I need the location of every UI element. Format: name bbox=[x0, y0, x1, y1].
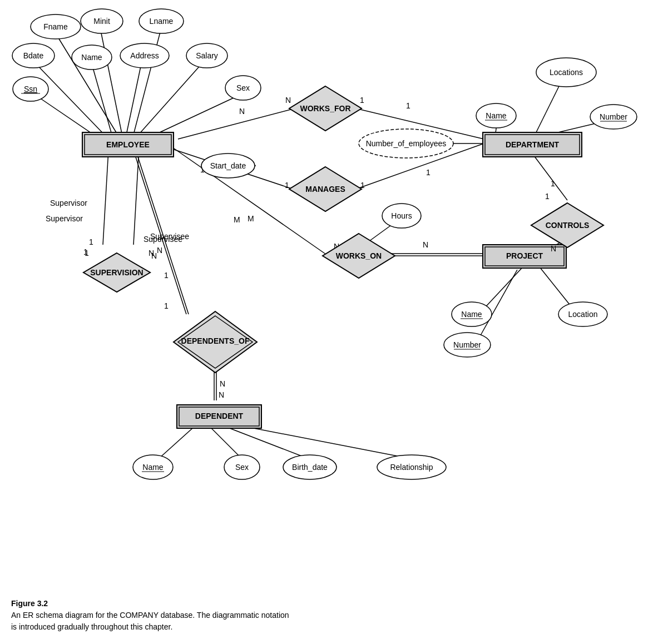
svg-text:Bdate: Bdate bbox=[23, 51, 44, 60]
er-diagram: text { font-family: Arial, sans-serif; f… bbox=[0, 0, 668, 601]
svg-text:Name: Name bbox=[81, 53, 102, 62]
svg-text:CONTROLS: CONTROLS bbox=[546, 221, 590, 230]
svg-text:Number: Number bbox=[600, 112, 627, 121]
svg-line-48 bbox=[159, 424, 197, 459]
svg-text:DEPENDENT: DEPENDENT bbox=[195, 412, 244, 420]
svg-text:1: 1 bbox=[285, 181, 289, 190]
svg-text:1: 1 bbox=[83, 247, 88, 256]
svg-text:Birth_date: Birth_date bbox=[292, 463, 328, 472]
svg-text:1: 1 bbox=[164, 301, 169, 310]
svg-text:Location: Location bbox=[568, 310, 598, 319]
svg-line-51 bbox=[231, 424, 412, 459]
svg-text:N: N bbox=[219, 390, 224, 399]
svg-text:DEPENDENTS_OF: DEPENDENTS_OF bbox=[181, 336, 250, 345]
svg-line-47 bbox=[540, 267, 573, 309]
svg-line-36 bbox=[135, 62, 203, 139]
svg-line-31 bbox=[100, 28, 122, 136]
svg-text:Salary: Salary bbox=[196, 51, 218, 60]
svg-text:N: N bbox=[239, 107, 245, 116]
svg-line-34 bbox=[92, 64, 114, 142]
svg-text:1: 1 bbox=[89, 237, 93, 246]
svg-text:Relationship: Relationship bbox=[390, 463, 433, 472]
svg-text:Address: Address bbox=[130, 51, 159, 60]
svg-text:N: N bbox=[220, 379, 225, 388]
svg-line-35 bbox=[125, 61, 142, 140]
svg-text:Supervisor: Supervisor bbox=[50, 199, 87, 207]
svg-text:MANAGES: MANAGES bbox=[305, 185, 345, 194]
svg-text:SUPERVISION: SUPERVISION bbox=[90, 268, 143, 277]
svg-text:Sex: Sex bbox=[235, 463, 249, 472]
svg-text:N: N bbox=[285, 96, 291, 105]
svg-line-0 bbox=[178, 108, 295, 139]
svg-text:Name: Name bbox=[142, 463, 164, 472]
svg-text:M: M bbox=[248, 214, 254, 223]
caption-line2: is introduced gradually throughout this … bbox=[11, 622, 172, 631]
svg-line-20 bbox=[133, 147, 139, 245]
svg-text:1: 1 bbox=[545, 192, 550, 201]
svg-text:1: 1 bbox=[406, 101, 410, 110]
svg-text:EMPLOYEE: EMPLOYEE bbox=[106, 140, 150, 149]
svg-line-17 bbox=[103, 150, 108, 245]
svg-text:N: N bbox=[423, 240, 428, 249]
svg-line-49 bbox=[209, 425, 242, 459]
svg-text:Locations: Locations bbox=[550, 68, 583, 77]
svg-text:Name: Name bbox=[486, 111, 507, 120]
svg-text:Hours: Hours bbox=[391, 211, 412, 220]
svg-text:1: 1 bbox=[360, 96, 364, 105]
svg-text:1: 1 bbox=[164, 271, 169, 280]
svg-line-39 bbox=[534, 81, 562, 137]
svg-text:Supervisor: Supervisor bbox=[46, 214, 83, 223]
svg-text:Fname: Fname bbox=[43, 22, 68, 31]
svg-text:WORKS_ON: WORKS_ON bbox=[336, 251, 382, 260]
svg-text:N: N bbox=[151, 251, 157, 260]
svg-line-45 bbox=[484, 267, 523, 309]
svg-text:PROJECT: PROJECT bbox=[506, 251, 543, 260]
svg-line-38 bbox=[150, 93, 243, 137]
svg-text:1: 1 bbox=[360, 181, 365, 190]
svg-text:Number: Number bbox=[453, 340, 481, 349]
svg-text:WORKS_FOR: WORKS_FOR bbox=[300, 104, 351, 113]
svg-text:M: M bbox=[234, 215, 240, 224]
svg-line-13 bbox=[534, 156, 567, 200]
svg-text:1: 1 bbox=[551, 179, 555, 188]
svg-text:Start_date: Start_date bbox=[210, 161, 246, 170]
svg-text:N: N bbox=[157, 246, 162, 255]
svg-text:N: N bbox=[551, 244, 556, 253]
svg-text:DEPARTMENT: DEPARTMENT bbox=[506, 140, 560, 149]
svg-text:Name: Name bbox=[461, 310, 482, 319]
svg-text:Lname: Lname bbox=[150, 17, 174, 26]
figure-title: Figure 3.2 bbox=[11, 599, 48, 608]
figure-caption: Figure 3.2 An ER schema diagram for the … bbox=[11, 598, 400, 633]
svg-text:Number_of_employees: Number_of_employees bbox=[366, 139, 447, 148]
svg-text:Sex: Sex bbox=[236, 83, 250, 92]
svg-text:1: 1 bbox=[426, 168, 431, 177]
svg-text:Minit: Minit bbox=[93, 17, 110, 26]
caption-line1: An ER schema diagram for the COMPANY dat… bbox=[11, 611, 289, 620]
svg-text:Ssn: Ssn bbox=[24, 85, 37, 93]
svg-text:Supervisee: Supervisee bbox=[144, 235, 182, 244]
